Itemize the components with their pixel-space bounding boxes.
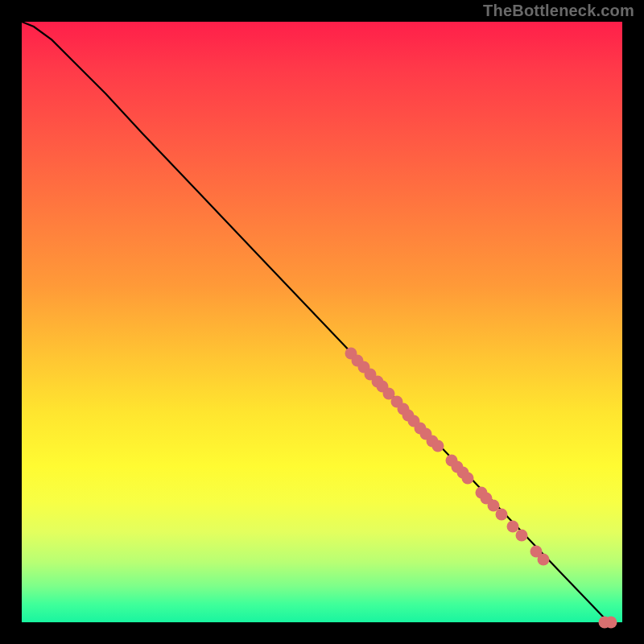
- curve-layer: [22, 22, 622, 622]
- data-point: [462, 472, 474, 484]
- plot-area: [22, 22, 622, 622]
- attribution-text: TheBottleneck.com: [483, 2, 634, 20]
- data-point: [538, 553, 550, 565]
- chart-stage: TheBottleneck.com: [0, 0, 644, 644]
- data-point: [515, 529, 527, 541]
- data-point: [496, 508, 508, 520]
- data-point: [605, 617, 617, 629]
- data-point: [431, 440, 444, 452]
